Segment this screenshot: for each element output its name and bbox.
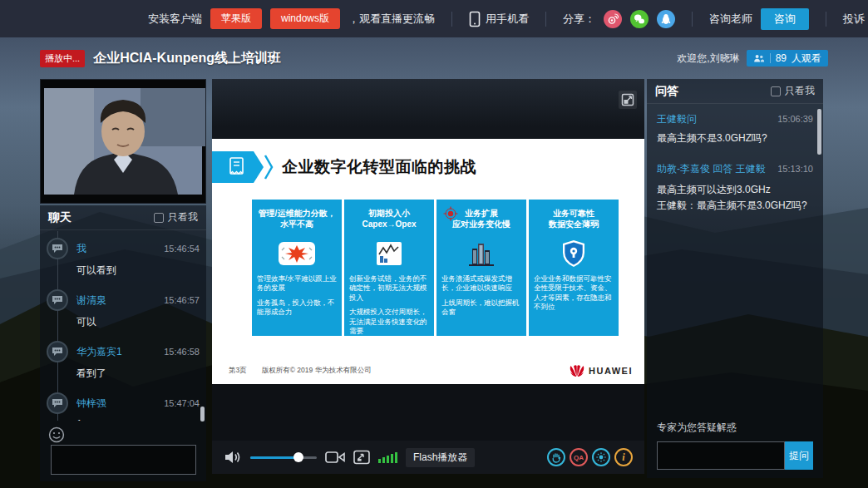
apple-version-button[interactable]: 苹果版 bbox=[210, 8, 262, 29]
chat-message-list: 我 15:46:54 可以看到 谢清泉 15:46:57 可以 bbox=[40, 231, 206, 421]
chat-timestamp: 15:46:54 bbox=[164, 244, 200, 254]
qq-glyph bbox=[660, 13, 672, 25]
chat-message: 我 15:46:54 可以看到 bbox=[47, 238, 200, 278]
info-button[interactable]: i bbox=[614, 448, 633, 466]
qa-timestamp: 15:13:10 bbox=[777, 164, 813, 174]
viewers-count-badge: 89 人观看 bbox=[747, 50, 828, 67]
qa-message: 助教-李嘉俊 回答 王健毅 15:13:10 最高主频可以达到3.0GHz 王健… bbox=[657, 162, 813, 213]
chat-username: 钟梓强 bbox=[76, 397, 106, 411]
player-top-area bbox=[212, 79, 644, 139]
qa-timestamp: 15:06:39 bbox=[777, 114, 813, 124]
qa-only-me-checkbox[interactable] bbox=[771, 86, 781, 96]
card-body: 业务浪涌式或爆发式增长，企业难以快速响应 bbox=[441, 274, 521, 293]
playing-status-badge: 播放中... bbox=[40, 50, 85, 67]
presentation-player: 企业数字化转型面临的挑战 管理/运维能力分散，水平不高 bbox=[212, 79, 644, 474]
security-shield-icon bbox=[534, 234, 614, 273]
challenge-card-3: 业务扩展 应对业务变化慢 业 bbox=[436, 200, 526, 336]
top-bar: 安装客户端 苹果版 windows版 ，观看直播更流畅 用手机看 分享： bbox=[0, 0, 868, 37]
volume-thumb[interactable] bbox=[293, 452, 303, 462]
line-chart-icon bbox=[349, 234, 429, 273]
slide-copyright: 版权所有© 2019 华为技术有限公司 bbox=[262, 366, 372, 376]
challenge-card-4: 业务可靠性 数据安全薄弱 企业业务和数据可靠性安全性受限于技术、资金、人才等因素… bbox=[529, 200, 619, 336]
smoother-hint-label: ，观看直播更流畅 bbox=[348, 12, 435, 27]
qa-username: 助教-李嘉俊 回答 王健毅 bbox=[657, 162, 766, 176]
qa-text: 王健毅：最高主频不是3.0GHZ吗? bbox=[657, 199, 813, 213]
chat-text: 1 bbox=[76, 418, 200, 421]
slide-title: 企业数字化转型面临的挑战 bbox=[282, 156, 476, 178]
ask-question-button[interactable]: 提问 bbox=[785, 441, 813, 470]
qq-share-icon[interactable] bbox=[657, 10, 675, 28]
settings-brightness-button[interactable] bbox=[592, 448, 610, 466]
chat-timestamp: 15:46:57 bbox=[164, 295, 200, 305]
avatar bbox=[47, 289, 68, 311]
emoji-picker-icon[interactable] bbox=[48, 426, 65, 443]
target-crosshair-icon bbox=[443, 206, 458, 221]
qa-username: 王健毅问 bbox=[657, 112, 697, 126]
chat-message-input[interactable] bbox=[51, 445, 196, 475]
card-title: 管理/运维能力分散，水平不高 bbox=[257, 208, 337, 229]
huawei-wordmark: HUAWEI bbox=[589, 366, 633, 376]
huawei-flower-icon bbox=[569, 364, 585, 377]
player-control-bar: Flash播放器 QA i bbox=[212, 441, 644, 474]
qa-only-me-label: 只看我 bbox=[785, 84, 815, 98]
card-body: 企业业务和数据可靠性安全性受限于技术、资金、人才等因素，存在隐患和不到位 bbox=[534, 274, 614, 313]
share-label: 分享： bbox=[563, 12, 595, 27]
chat-bubble-icon bbox=[52, 347, 63, 357]
chat-title: 聊天 bbox=[48, 210, 72, 225]
consult-button[interactable]: 咨询 bbox=[761, 8, 809, 30]
windows-version-button[interactable]: windows版 bbox=[270, 8, 340, 29]
qa-only-me-toggle[interactable]: 只看我 bbox=[771, 84, 815, 98]
volume-slider[interactable] bbox=[250, 452, 317, 462]
card-title: 初期投入小 Capex→Opex bbox=[349, 208, 429, 229]
chat-only-me-toggle[interactable]: 只看我 bbox=[154, 210, 198, 224]
card-body: 大规模投入交付周期长，无法满足业务快速变化的需要 bbox=[349, 308, 429, 336]
challenge-cards: 管理/运维能力分散，水平不高 管理效率/水平难以跟上业务的发展 业务孤岛，投入分… bbox=[252, 200, 619, 336]
burst-icon bbox=[257, 234, 337, 273]
weibo-share-icon[interactable] bbox=[604, 10, 622, 28]
chat-toolbar bbox=[48, 426, 65, 446]
chat-message: 谢清泉 15:46:57 可以 bbox=[47, 289, 200, 329]
layout-switch-icon[interactable] bbox=[353, 450, 370, 465]
chat-only-me-label: 只看我 bbox=[168, 210, 198, 224]
camera-icon[interactable] bbox=[325, 451, 345, 464]
viewers-label: 人观看 bbox=[792, 52, 821, 66]
card-body: 管理效率/水平难以跟上业务的发展 bbox=[257, 274, 337, 293]
speaker-icon[interactable] bbox=[224, 450, 242, 465]
qa-header: 问答 只看我 bbox=[647, 79, 823, 104]
qa-button[interactable]: QA bbox=[570, 448, 588, 466]
chat-only-me-checkbox[interactable] bbox=[154, 213, 164, 223]
slide-canvas: 企业数字化转型面临的挑战 管理/运维能力分散，水平不高 bbox=[212, 139, 644, 384]
chat-panel: 聊天 只看我 我 15:46:54 可以看到 bbox=[40, 205, 206, 481]
qa-question-input[interactable] bbox=[657, 441, 785, 470]
people-icon bbox=[753, 54, 765, 63]
watch-on-mobile-label: 用手机看 bbox=[486, 12, 529, 27]
chat-message: 钟梓强 15:47:04 1 bbox=[47, 392, 200, 421]
chat-username: 华为嘉宾1 bbox=[76, 345, 122, 359]
chat-username: 谢清泉 bbox=[76, 293, 106, 308]
chat-header: 聊天 只看我 bbox=[40, 205, 206, 230]
chat-bubble-icon bbox=[52, 295, 63, 305]
divider bbox=[545, 12, 546, 27]
chat-bubble-icon bbox=[52, 398, 63, 408]
chat-bubble-icon bbox=[52, 244, 63, 254]
hand-icon bbox=[551, 452, 561, 463]
card-title: 业务可靠性 数据安全薄弱 bbox=[534, 208, 614, 229]
chat-scrollbar-thumb[interactable] bbox=[200, 407, 205, 421]
chat-text: 可以 bbox=[76, 315, 200, 329]
qa-scrollbar-thumb[interactable] bbox=[817, 109, 821, 155]
complaint-link[interactable]: 投诉 bbox=[843, 12, 865, 27]
wechat-share-icon[interactable] bbox=[630, 10, 649, 28]
qa-text: 最高主频不是3.0GHZ吗? bbox=[657, 131, 813, 145]
card-body: 业务孤岛，投入分散，不能形成合力 bbox=[257, 298, 337, 318]
fullscreen-expand-button[interactable] bbox=[619, 91, 637, 109]
flash-player-label: Flash播放器 bbox=[406, 448, 475, 467]
chat-timestamp: 15:47:04 bbox=[164, 398, 200, 408]
qa-message-list: 王健毅问 15:06:39 最高主频不是3.0GHZ吗? 助教-李嘉俊 回答 王… bbox=[647, 104, 823, 237]
huawei-logo: HUAWEI bbox=[569, 364, 633, 377]
divider bbox=[770, 53, 771, 63]
watch-on-mobile-link[interactable]: 用手机看 bbox=[469, 11, 529, 27]
wechat-glyph bbox=[634, 13, 645, 25]
challenge-card-2: 初期投入小 Capex→Opex 创新业务试错，业务的不确定性，初期无法大规模投… bbox=[344, 200, 434, 336]
raise-hand-button[interactable] bbox=[547, 448, 565, 466]
qa-ask-area: 专家为您答疑解惑 提问 bbox=[647, 421, 823, 478]
